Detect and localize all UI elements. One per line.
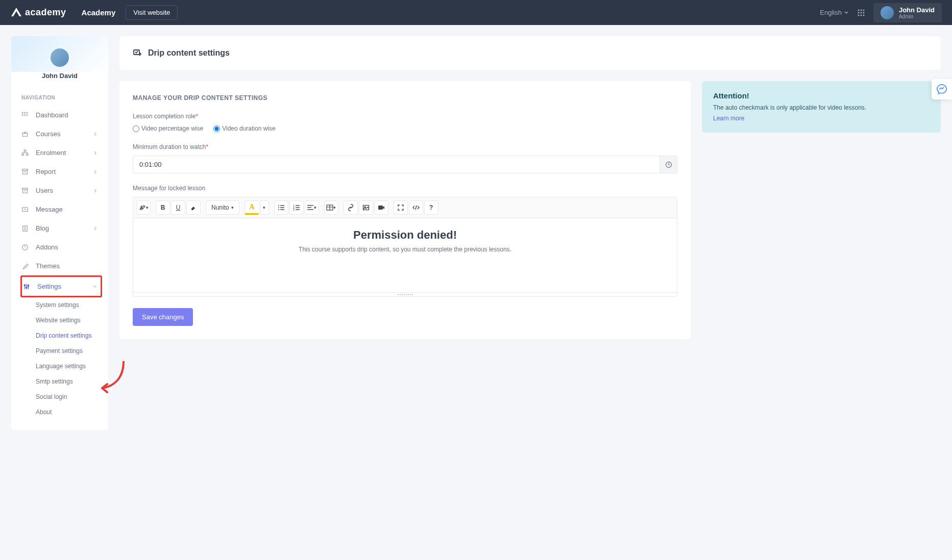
- chevron-right-icon: [93, 150, 98, 156]
- save-button[interactable]: Save changes: [133, 308, 193, 326]
- editor-underline-button[interactable]: U: [171, 200, 185, 215]
- arrow-annotation: [98, 359, 129, 394]
- editor-fullscreen-button[interactable]: [394, 200, 408, 215]
- top-navbar: academy Academy Visit website English Jo…: [0, 0, 952, 25]
- svg-rect-46: [378, 206, 383, 210]
- radio-input[interactable]: [213, 125, 220, 132]
- svg-rect-14: [27, 114, 28, 116]
- svg-point-6: [858, 14, 859, 16]
- sidebar-item-enrolment[interactable]: Enrolment: [11, 143, 108, 162]
- sidebar-item-label: Enrolment: [36, 149, 66, 157]
- editor-ul-button[interactable]: [274, 200, 288, 215]
- sidebar: John David NAVIGATION Dashboard Courses …: [11, 36, 108, 430]
- language-selector[interactable]: English: [820, 9, 849, 16]
- messenger-float-button[interactable]: [932, 79, 952, 99]
- svg-rect-39: [296, 209, 300, 210]
- submenu-language-settings[interactable]: Language settings: [11, 359, 108, 374]
- sidebar-item-dashboard[interactable]: Dashboard: [11, 106, 108, 124]
- submenu-system-settings[interactable]: System settings: [11, 297, 108, 313]
- sidebar-item-message[interactable]: Message: [11, 200, 108, 219]
- min-duration-label: Minimum duration to watch*: [133, 143, 677, 150]
- editor-align-button[interactable]: ▾: [305, 200, 319, 215]
- editor-image-button[interactable]: [359, 200, 373, 215]
- learn-more-link[interactable]: Learn more: [713, 115, 744, 122]
- submenu-social-login[interactable]: Social login: [11, 389, 108, 404]
- sidebar-avatar: [51, 48, 69, 67]
- svg-point-32: [278, 209, 279, 210]
- svg-rect-29: [280, 205, 284, 206]
- sidebar-item-label: Settings: [37, 283, 61, 290]
- min-duration-input[interactable]: [133, 156, 660, 173]
- editor-color-button[interactable]: A: [245, 200, 259, 215]
- submenu-drip-content[interactable]: Drip content settings: [11, 328, 108, 343]
- svg-rect-31: [280, 207, 284, 208]
- svg-point-5: [863, 12, 864, 13]
- radio-percentage-wise[interactable]: Video percentage wise: [133, 125, 203, 132]
- editor-color-dropdown[interactable]: ▾: [260, 200, 269, 215]
- editor-table-button[interactable]: ▾: [324, 200, 338, 215]
- editor-body[interactable]: Permission denied! This course supports …: [133, 218, 677, 292]
- sidebar-item-label: Courses: [36, 130, 60, 138]
- submenu-about[interactable]: About: [11, 404, 108, 420]
- editor-style-button[interactable]: ▾: [136, 200, 151, 215]
- editor-font-button[interactable]: Nunito▾: [206, 200, 239, 215]
- svg-rect-41: [307, 207, 311, 208]
- editor-link-button[interactable]: [344, 200, 358, 215]
- editor-eraser-button[interactable]: [186, 200, 201, 215]
- editor-video-button[interactable]: [374, 200, 388, 215]
- svg-rect-12: [22, 114, 23, 116]
- sidebar-item-courses[interactable]: Courses: [11, 124, 108, 143]
- language-label: English: [820, 9, 842, 16]
- svg-point-30: [278, 207, 279, 208]
- avatar: [881, 6, 894, 19]
- radio-label: Video percentage wise: [141, 125, 203, 132]
- editor-toolbar: ▾ B U Nunito▾ A ▾: [133, 197, 677, 218]
- sidebar-item-label: Dashboard: [36, 111, 68, 119]
- apps-grid-icon[interactable]: [857, 9, 865, 17]
- chevron-right-icon: [93, 132, 98, 137]
- editor-resize-handle[interactable]: [133, 292, 677, 296]
- content-row: MANAGE YOUR DRIP CONTENT SETTINGS Lesson…: [119, 81, 941, 339]
- sidebar-item-users[interactable]: Users: [11, 181, 108, 200]
- sidebar-item-label: Themes: [36, 262, 60, 270]
- svg-point-8: [863, 14, 864, 16]
- svg-rect-16: [22, 154, 24, 155]
- submenu-website-settings[interactable]: Website settings: [11, 313, 108, 328]
- clock-addon[interactable]: [660, 156, 677, 173]
- editor-bold-button[interactable]: B: [156, 200, 170, 215]
- radio-duration-wise[interactable]: Video duration wise: [213, 125, 276, 132]
- svg-rect-42: [307, 209, 313, 210]
- page-header: Drip content settings: [119, 36, 941, 70]
- sidebar-item-label: Users: [36, 187, 53, 194]
- editor-ol-button[interactable]: 123: [289, 200, 304, 215]
- sidebar-item-blog[interactable]: Blog: [11, 219, 108, 238]
- user-role: Admin: [899, 14, 935, 19]
- clock-icon: [665, 161, 672, 168]
- main-layout: John David NAVIGATION Dashboard Courses …: [0, 25, 952, 441]
- svg-rect-13: [24, 114, 26, 116]
- sidebar-item-themes[interactable]: Themes: [11, 257, 108, 275]
- editor-help-button[interactable]: ?: [424, 200, 438, 215]
- svg-rect-37: [296, 207, 300, 208]
- radio-group: Video percentage wise Video duration wis…: [133, 125, 677, 132]
- editor-code-button[interactable]: [409, 200, 423, 215]
- svg-rect-18: [22, 169, 28, 170]
- highlight-box: Settings: [20, 275, 102, 297]
- user-menu[interactable]: John David Admin: [873, 3, 942, 22]
- sidebar-item-settings[interactable]: Settings: [22, 277, 101, 296]
- user-name: John David: [899, 6, 935, 14]
- archive-icon: [21, 168, 29, 175]
- svg-text:3: 3: [293, 208, 295, 211]
- nav-list: Dashboard Courses Enrolment Report Users…: [11, 106, 108, 275]
- messenger-icon: [936, 84, 947, 95]
- logo[interactable]: academy: [10, 7, 66, 19]
- submenu-payment-settings[interactable]: Payment settings: [11, 343, 108, 359]
- sidebar-item-addons[interactable]: Addons: [11, 238, 108, 257]
- alert-text: The auto checkmark is only applicable fo…: [713, 104, 930, 111]
- archive-icon: [21, 187, 29, 194]
- radio-input[interactable]: [133, 125, 139, 132]
- editor-body-text: This course supports drip content, so yo…: [143, 246, 667, 253]
- sidebar-item-report[interactable]: Report: [11, 162, 108, 181]
- submenu-smtp-settings[interactable]: Smtp settings: [11, 374, 108, 389]
- visit-website-button[interactable]: Visit website: [126, 5, 178, 20]
